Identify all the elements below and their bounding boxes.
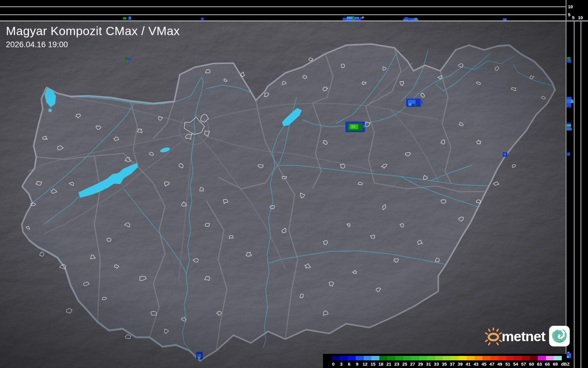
echo-profile-mark [569,354,571,356]
legend-cell [443,356,451,360]
legend-tick-label: 63 [537,362,542,367]
vignette-overlay [0,22,566,368]
echo-profile-mark [414,18,417,19]
legend-tick-label: 39 [458,362,463,367]
legend-tick-label: 25 [402,362,407,367]
legend-cell [427,356,435,360]
legend-cell [419,356,427,360]
echo-profile-mark [571,100,573,103]
legend-cell [514,356,522,360]
legend-tick-label: 60 [529,362,534,367]
sun-icon [485,326,503,346]
echo-profile-mark [201,18,204,20]
legend-cell [490,356,498,360]
legend-tick-label: 69 [553,362,558,367]
legend-tick-label: 18 [378,362,383,367]
legend-cell [554,356,562,360]
legend-tick-label: 3 [340,362,342,367]
dbz-color-legend: 0369121518212325272931333537394143454749… [323,354,566,368]
right-axis-label-10: 10 [578,15,583,20]
echo-profile-mark [354,17,359,19]
timestamp: 2026.04.16 19:00 [6,40,180,49]
right-axis-label-5: 5 [572,15,574,20]
title-block: Magyar Kompozit CMax / VMax 2026.04.16 1… [6,24,180,49]
legend-cell [530,356,538,360]
radar-composite-screen: 10 5 5 10 Magyar Kompozit CMax / VMax 20… [0,0,588,368]
legend-tick-label: 37 [450,362,455,367]
echo-profile-mark [567,60,571,63]
top-axis-label-5: 5 [568,12,570,17]
legend-tick-label: 21 [386,362,391,367]
legend-cell [348,356,356,360]
legend-tick-label: 49 [497,362,502,367]
echo-profile-mark [362,17,364,18]
echo-profile-mark [353,16,354,21]
metnet-brand: metnet [485,323,570,349]
legend-tick-label: 41 [466,362,471,367]
legend-tick-label: 51 [505,362,510,367]
legend-cell [395,356,403,360]
legend-tick-label: 27 [410,362,415,367]
legend-tick-label: 57 [521,362,526,367]
legend-cell [459,356,467,360]
legend-tick-label: 12 [363,362,368,367]
legend-cell [364,356,372,360]
legend-tick-label: 29 [418,362,423,367]
brand-name: metnet [502,328,545,344]
legend-cell [340,356,348,360]
legend-tick-label: 31 [426,362,431,367]
legend-cell [332,356,340,360]
metnet-app-icon [549,326,570,347]
legend-tick-label: 54 [513,362,518,367]
echo-profile-mark [123,17,126,19]
page-title: Magyar Kompozit CMax / VMax [6,24,180,38]
legend-cell [371,356,379,360]
legend-cell [451,356,459,360]
legend-cell [522,356,530,360]
legend-cell [475,356,482,360]
echo-profile-mark [568,106,571,108]
echo-profile-mark [567,153,570,156]
legend-cell [435,356,443,360]
legend-tick-label: 43 [474,362,479,367]
legend-tick-label: 33 [434,362,439,367]
legend-cell [387,356,395,360]
legend-tick-label: 9 [356,362,358,367]
map-right-panel-separator [566,0,566,368]
legend-tick-label: 0 [332,362,335,367]
radar-map [0,0,588,368]
map-top-panel-separator [0,20,588,22]
legend-tick-label: 66 [545,362,550,367]
legend-cell [546,356,554,360]
legend-tick-label: 15 [370,362,375,367]
legend-cell [411,356,419,360]
echo-profile-mark [404,17,408,19]
top-axis-label-10: 10 [568,4,573,9]
legend-unit-label: dBZ [561,362,569,367]
legend-tick-label: 45 [482,362,487,367]
legend-cell [498,356,506,360]
legend-tick-label: 35 [442,362,447,367]
echo-profile-mark [567,128,572,130]
legend-cell [482,356,490,360]
legend-cell [538,356,546,360]
legend-cell [467,356,475,360]
echo-profile-mark [129,17,131,20]
legend-cell [506,356,514,360]
legend-cell [379,356,387,360]
legend-tick-label: 6 [348,362,350,367]
legend-color-bar [332,356,562,360]
legend-cell [403,356,411,360]
legend-tick-label: 47 [490,362,495,367]
legend-cell [356,356,364,360]
legend-tick-label: 23 [394,362,399,367]
